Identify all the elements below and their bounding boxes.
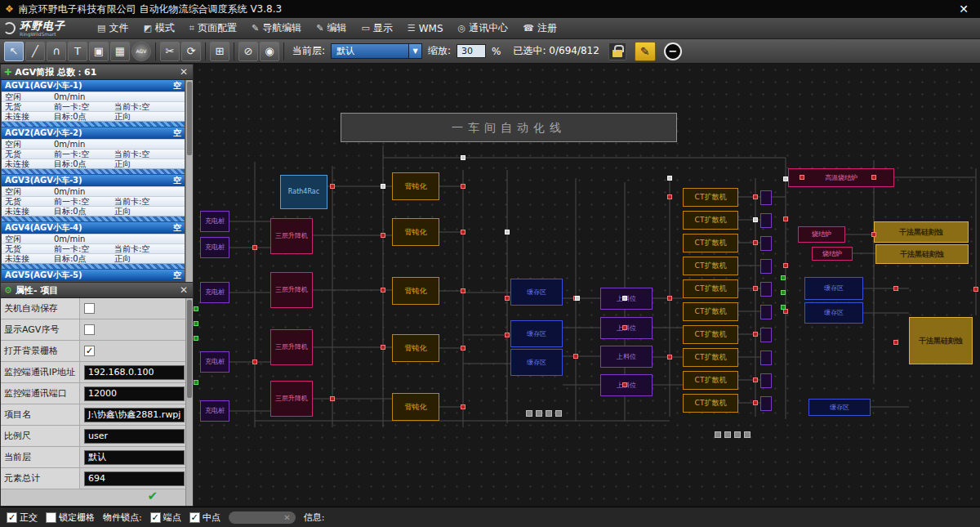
canvas-node[interactable]: 缓存区	[510, 279, 563, 306]
canvas-node[interactable]: 背钝化	[392, 277, 439, 305]
menu-item-模式[interactable]: ◩模式	[136, 18, 181, 38]
canvas-node[interactable]: 缓存区	[804, 277, 863, 300]
close-icon[interactable]: ✕	[178, 284, 189, 296]
canvas-node[interactable]: 一车间自动化线	[341, 113, 677, 142]
checkbox-显示AGV序号[interactable]	[84, 324, 95, 335]
menu-item-文件[interactable]: ▤文件	[90, 18, 136, 38]
agv-card-header[interactable]: AGV5(AGV小车-5)空	[2, 270, 185, 281]
text-tool[interactable]: T	[68, 42, 87, 61]
canvas-node[interactable]: CT扩散机	[683, 211, 738, 230]
canvas-node[interactable]: 三层升降机	[270, 381, 313, 417]
canvas-node[interactable]	[760, 305, 772, 319]
agv-card[interactable]: AGV3(AGV小车-3)空空闲0m/min无货前一卡:空当前卡:空未连接目标:…	[1, 175, 185, 222]
agv-card-header[interactable]: AGV3(AGV小车-3)空	[2, 175, 185, 186]
canvas-node[interactable]	[760, 236, 772, 251]
input-比例尺[interactable]: user	[84, 429, 185, 444]
lock-button[interactable]	[608, 42, 626, 60]
layout-tool[interactable]: ⊞	[210, 42, 229, 61]
menu-item-页面配置[interactable]: ⌗页面配置	[182, 18, 244, 38]
agv-card-header[interactable]: AGV1(AGV小车-1)空	[2, 80, 185, 92]
agv-tool[interactable]: AGV	[131, 42, 151, 61]
checkbox-打开背景栅格[interactable]: ✓	[84, 346, 95, 356]
refresh-tool[interactable]: ⟳	[181, 42, 201, 61]
screen-tool[interactable]: ▣	[89, 42, 109, 61]
input-项目名[interactable]: J:\协鑫\协鑫2881.rwpj	[84, 408, 185, 422]
agv-card[interactable]: AGV1(AGV小车-1)空空闲0m/min无货前一卡:空当前卡:空未连接目标:…	[1, 80, 185, 127]
checkbox-正交[interactable]: ✓	[7, 512, 17, 523]
close-icon[interactable]: ✕	[947, 2, 980, 16]
canvas-node[interactable]: 背钝化	[392, 172, 439, 200]
canvas-node[interactable]: 干法黑硅刻蚀	[909, 317, 973, 364]
canvas-node[interactable]: 充电桩	[200, 400, 229, 422]
canvas-node[interactable]: 充电桩	[200, 237, 229, 258]
menu-item-导航编辑[interactable]: ✎导航编辑	[244, 18, 309, 38]
canvas-node[interactable]: 缓存区	[804, 302, 863, 324]
arc-tool[interactable]: ∩	[47, 42, 66, 61]
canvas-node[interactable]: 三层升降机	[270, 272, 313, 308]
menu-item-编辑[interactable]: ✎编辑	[309, 18, 354, 38]
checkbox-中点[interactable]: ✓	[189, 512, 200, 523]
canvas-node[interactable]	[760, 328, 772, 342]
agv-panel-scrollbar[interactable]	[185, 80, 193, 282]
menu-item-WMS[interactable]: ☰WMS	[400, 18, 451, 38]
canvas-node[interactable]: 充电桩	[200, 351, 229, 373]
remove-button[interactable]: −	[664, 42, 682, 60]
confirm-check-icon[interactable]: ✔	[147, 489, 158, 503]
canvas-node[interactable]	[760, 259, 772, 274]
scrollbar-thumb[interactable]	[187, 300, 192, 398]
canvas-node[interactable]: 缓存区	[510, 349, 563, 376]
properties-panel-scrollbar[interactable]	[185, 298, 193, 506]
canvas-node[interactable]: CT扩散机	[683, 188, 738, 207]
canvas[interactable]: 一车间自动化线Rath4Rac背钝化背钝化背钝化背钝化背钝化三层升降机三层升降机…	[194, 64, 980, 507]
canvas-node[interactable]: 三层升降机	[270, 329, 313, 365]
input-当前层[interactable]: 默认	[84, 450, 185, 465]
canvas-node[interactable]: CT扩散机	[683, 302, 738, 321]
agv-card[interactable]: AGV4(AGV小车-4)空空闲0m/min无货前一卡:空当前卡:空未连接目标:…	[1, 222, 185, 270]
agv-card[interactable]: AGV5(AGV小车-5)空	[1, 270, 185, 282]
canvas-node[interactable]: CT扩散机	[683, 394, 738, 413]
canvas-node[interactable]	[760, 373, 772, 388]
scrollbar-thumb[interactable]	[187, 82, 192, 155]
canvas-node[interactable]: CT扩散机	[683, 234, 738, 252]
canvas-node[interactable]: CT扩散机	[683, 348, 738, 367]
agv-card[interactable]: AGV2(AGV小车-2)空空闲0m/min无货前一卡:空当前卡:空未连接目标:…	[1, 127, 185, 175]
checkbox-关机自动保存[interactable]	[84, 303, 95, 314]
menu-item-通讯中心[interactable]: ◎通讯中心	[451, 18, 516, 38]
input-监控端通讯端口[interactable]: 12000	[84, 386, 185, 401]
grid-tool[interactable]: ▦	[110, 42, 130, 61]
canvas-node[interactable]: 背钝化	[392, 218, 439, 246]
canvas-node[interactable]: 干法黑硅刻蚀	[874, 221, 969, 243]
show-tool[interactable]: ◉	[260, 42, 279, 61]
canvas-node[interactable]: 缓存区	[510, 320, 563, 347]
edit-mode-button[interactable]: ✎	[635, 42, 656, 61]
layer-dropdown[interactable]: 默认 ▼	[331, 43, 422, 59]
canvas-node[interactable]	[760, 213, 772, 228]
cut-tool[interactable]: ✂	[160, 42, 180, 61]
canvas-node[interactable]: CT扩散机	[683, 371, 738, 390]
close-icon[interactable]: ✕	[178, 66, 189, 78]
canvas-node[interactable]	[760, 282, 772, 297]
canvas-node[interactable]: CT扩散机	[683, 257, 738, 275]
input-元素总计[interactable]: 694	[84, 471, 185, 486]
canvas-node[interactable]: Rath4Rac	[280, 175, 327, 209]
agv-card-header[interactable]: AGV4(AGV小车-4)空	[2, 222, 185, 234]
canvas-node[interactable]: 背钝化	[392, 393, 439, 421]
canvas-node[interactable]: 背钝化	[392, 334, 439, 362]
line-tool[interactable]: ╱	[25, 42, 45, 61]
canvas-node[interactable]: 充电桩	[200, 282, 229, 303]
canvas-node[interactable]: 烧结炉	[798, 226, 845, 243]
agv-card-header[interactable]: AGV2(AGV小车-2)空	[2, 127, 185, 139]
menu-item-显示[interactable]: ▭显示	[354, 18, 399, 38]
canvas-node[interactable]	[760, 396, 772, 411]
menu-item-注册[interactable]: ☎注册	[515, 18, 564, 38]
input-监控端通讯IP地址[interactable]: 192.168.0.100	[84, 365, 185, 380]
checkbox-锁定栅格[interactable]	[46, 512, 56, 523]
canvas-node[interactable]: CT扩散机	[683, 279, 738, 298]
canvas-node[interactable]	[760, 351, 772, 365]
canvas-node[interactable]	[760, 190, 772, 205]
canvas-node[interactable]: 烧结炉	[812, 247, 853, 261]
canvas-node[interactable]: 充电桩	[200, 211, 229, 232]
canvas-node[interactable]: 三层升降机	[270, 218, 313, 254]
canvas-node[interactable]: 上料位	[600, 346, 653, 368]
canvas-node[interactable]: CT扩散机	[683, 325, 738, 344]
